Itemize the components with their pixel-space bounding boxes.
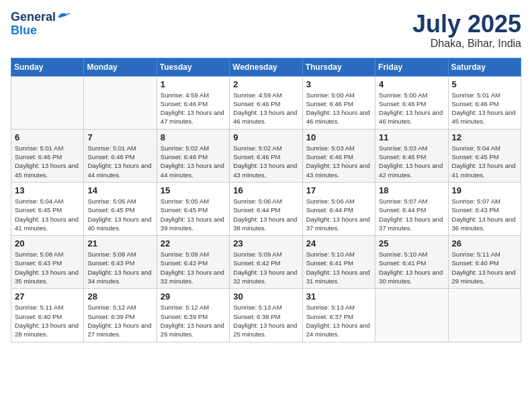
calendar-cell <box>11 76 84 129</box>
day-number: 9 <box>233 132 298 142</box>
day-info: Sunrise: 5:12 AM Sunset: 6:39 PM Dayligh… <box>87 303 152 338</box>
day-number: 26 <box>452 238 517 248</box>
day-number: 1 <box>161 79 226 89</box>
calendar-cell: 1Sunrise: 4:59 AM Sunset: 6:46 PM Daylig… <box>157 76 229 129</box>
calendar-cell: 30Sunrise: 5:13 AM Sunset: 6:38 PM Dayli… <box>230 289 302 342</box>
day-info: Sunrise: 5:03 AM Sunset: 6:46 PM Dayligh… <box>306 144 371 179</box>
calendar-title: July 2025 <box>412 11 521 38</box>
day-number: 11 <box>379 132 444 142</box>
calendar-table: SundayMondayTuesdayWednesdayThursdayFrid… <box>11 58 521 342</box>
day-number: 20 <box>15 238 80 248</box>
day-number: 31 <box>306 291 371 302</box>
calendar-cell: 4Sunrise: 5:00 AM Sunset: 6:46 PM Daylig… <box>375 76 448 129</box>
day-info: Sunrise: 5:07 AM Sunset: 6:44 PM Dayligh… <box>379 197 444 232</box>
day-info: Sunrise: 5:05 AM Sunset: 6:45 PM Dayligh… <box>161 197 226 232</box>
day-info: Sunrise: 5:01 AM Sunset: 6:46 PM Dayligh… <box>87 144 152 179</box>
day-info: Sunrise: 5:03 AM Sunset: 6:46 PM Dayligh… <box>379 144 444 179</box>
day-number: 24 <box>306 238 371 248</box>
day-number: 18 <box>379 185 444 195</box>
day-number: 30 <box>233 291 298 302</box>
calendar-cell: 15Sunrise: 5:05 AM Sunset: 6:45 PM Dayli… <box>157 182 229 235</box>
weekday-header-wednesday: Wednesday <box>230 58 302 76</box>
calendar-cell: 14Sunrise: 5:05 AM Sunset: 6:45 PM Dayli… <box>84 182 157 235</box>
weekday-header-monday: Monday <box>84 58 157 76</box>
calendar-cell: 29Sunrise: 5:12 AM Sunset: 6:39 PM Dayli… <box>157 289 229 342</box>
calendar-cell: 28Sunrise: 5:12 AM Sunset: 6:39 PM Dayli… <box>84 289 157 342</box>
day-number: 22 <box>161 238 226 248</box>
calendar-cell: 24Sunrise: 5:10 AM Sunset: 6:41 PM Dayli… <box>302 236 375 289</box>
calendar-cell: 13Sunrise: 5:04 AM Sunset: 6:45 PM Dayli… <box>11 182 84 235</box>
day-number: 12 <box>452 132 517 142</box>
day-info: Sunrise: 5:00 AM Sunset: 6:46 PM Dayligh… <box>379 91 444 126</box>
calendar-cell: 23Sunrise: 5:09 AM Sunset: 6:42 PM Dayli… <box>230 236 302 289</box>
calendar-cell <box>84 76 157 129</box>
day-info: Sunrise: 5:02 AM Sunset: 6:46 PM Dayligh… <box>161 144 226 179</box>
day-number: 13 <box>15 185 80 195</box>
day-info: Sunrise: 5:13 AM Sunset: 6:38 PM Dayligh… <box>233 303 298 338</box>
day-number: 25 <box>379 238 444 248</box>
day-info: Sunrise: 5:06 AM Sunset: 6:44 PM Dayligh… <box>233 197 298 232</box>
calendar-cell <box>448 289 521 342</box>
calendar-cell <box>375 289 448 342</box>
day-info: Sunrise: 5:12 AM Sunset: 6:39 PM Dayligh… <box>161 303 226 338</box>
day-info: Sunrise: 5:08 AM Sunset: 6:43 PM Dayligh… <box>87 250 152 285</box>
day-number: 15 <box>161 185 226 195</box>
title-section: July 2025 Dhaka, Bihar, India <box>412 11 521 50</box>
day-number: 7 <box>87 132 152 142</box>
calendar-cell: 26Sunrise: 5:11 AM Sunset: 6:40 PM Dayli… <box>448 236 521 289</box>
day-number: 8 <box>161 132 226 142</box>
calendar-cell: 20Sunrise: 5:08 AM Sunset: 6:43 PM Dayli… <box>11 236 84 289</box>
calendar-cell: 19Sunrise: 5:07 AM Sunset: 6:43 PM Dayli… <box>448 182 521 235</box>
day-info: Sunrise: 5:10 AM Sunset: 6:41 PM Dayligh… <box>306 250 371 285</box>
day-info: Sunrise: 5:04 AM Sunset: 6:45 PM Dayligh… <box>15 197 80 232</box>
day-info: Sunrise: 5:02 AM Sunset: 6:46 PM Dayligh… <box>233 144 298 179</box>
day-number: 23 <box>233 238 298 248</box>
calendar-cell: 17Sunrise: 5:06 AM Sunset: 6:44 PM Dayli… <box>302 182 375 235</box>
calendar-cell: 12Sunrise: 5:04 AM Sunset: 6:45 PM Dayli… <box>448 129 521 182</box>
weekday-header-thursday: Thursday <box>302 58 375 76</box>
day-number: 4 <box>379 79 444 89</box>
day-number: 28 <box>87 291 152 302</box>
day-number: 14 <box>87 185 152 195</box>
logo: General Blue <box>11 11 71 38</box>
day-number: 6 <box>15 132 80 142</box>
bird-icon <box>57 11 71 21</box>
calendar-cell: 31Sunrise: 5:13 AM Sunset: 6:37 PM Dayli… <box>302 289 375 342</box>
logo-line1: General <box>11 11 71 24</box>
day-number: 16 <box>233 185 298 195</box>
day-info: Sunrise: 5:00 AM Sunset: 6:46 PM Dayligh… <box>306 91 371 126</box>
calendar-cell: 9Sunrise: 5:02 AM Sunset: 6:46 PM Daylig… <box>230 129 302 182</box>
weekday-header-tuesday: Tuesday <box>157 58 229 76</box>
day-info: Sunrise: 5:01 AM Sunset: 6:46 PM Dayligh… <box>452 91 517 126</box>
day-info: Sunrise: 5:13 AM Sunset: 6:37 PM Dayligh… <box>306 303 371 338</box>
day-info: Sunrise: 5:08 AM Sunset: 6:43 PM Dayligh… <box>15 250 80 285</box>
calendar-cell: 3Sunrise: 5:00 AM Sunset: 6:46 PM Daylig… <box>302 76 375 129</box>
calendar-cell: 8Sunrise: 5:02 AM Sunset: 6:46 PM Daylig… <box>157 129 229 182</box>
day-info: Sunrise: 5:09 AM Sunset: 6:42 PM Dayligh… <box>233 250 298 285</box>
day-number: 10 <box>306 132 371 142</box>
calendar-subtitle: Dhaka, Bihar, India <box>412 38 521 50</box>
calendar-cell: 25Sunrise: 5:10 AM Sunset: 6:41 PM Dayli… <box>375 236 448 289</box>
day-info: Sunrise: 5:10 AM Sunset: 6:41 PM Dayligh… <box>379 250 444 285</box>
day-number: 19 <box>452 185 517 195</box>
logo-line2: Blue <box>11 24 71 38</box>
day-number: 5 <box>452 79 517 89</box>
calendar-cell: 18Sunrise: 5:07 AM Sunset: 6:44 PM Dayli… <box>375 182 448 235</box>
calendar-cell: 6Sunrise: 5:01 AM Sunset: 6:46 PM Daylig… <box>11 129 84 182</box>
weekday-header-friday: Friday <box>375 58 448 76</box>
weekday-header-saturday: Saturday <box>448 58 521 76</box>
calendar-cell: 21Sunrise: 5:08 AM Sunset: 6:43 PM Dayli… <box>84 236 157 289</box>
calendar-cell: 27Sunrise: 5:11 AM Sunset: 6:40 PM Dayli… <box>11 289 84 342</box>
weekday-header-sunday: Sunday <box>11 58 84 76</box>
page-header: General Blue July 2025 Dhaka, Bihar, Ind… <box>11 11 521 50</box>
day-info: Sunrise: 5:06 AM Sunset: 6:44 PM Dayligh… <box>306 197 371 232</box>
day-info: Sunrise: 5:07 AM Sunset: 6:43 PM Dayligh… <box>452 197 517 232</box>
day-info: Sunrise: 5:11 AM Sunset: 6:40 PM Dayligh… <box>15 303 80 338</box>
day-number: 3 <box>306 79 371 89</box>
day-info: Sunrise: 5:01 AM Sunset: 6:46 PM Dayligh… <box>15 144 80 179</box>
calendar-cell: 2Sunrise: 4:59 AM Sunset: 6:46 PM Daylig… <box>230 76 302 129</box>
calendar-cell: 16Sunrise: 5:06 AM Sunset: 6:44 PM Dayli… <box>230 182 302 235</box>
day-number: 17 <box>306 185 371 195</box>
day-info: Sunrise: 5:04 AM Sunset: 6:45 PM Dayligh… <box>452 144 517 179</box>
calendar-cell: 5Sunrise: 5:01 AM Sunset: 6:46 PM Daylig… <box>448 76 521 129</box>
